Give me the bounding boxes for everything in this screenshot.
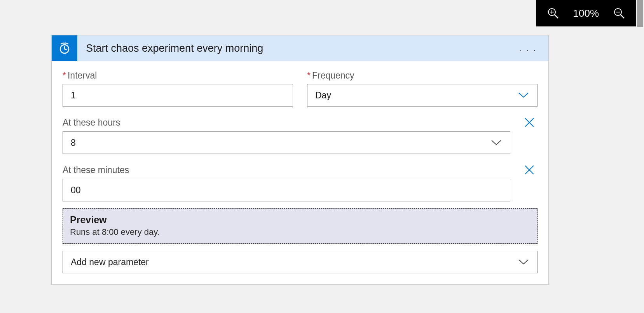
card-title: Start chaos experiment every morning	[77, 42, 519, 54]
frequency-select[interactable]: Day	[307, 84, 538, 107]
chevron-down-icon	[490, 138, 502, 148]
chevron-down-icon	[518, 90, 529, 101]
remove-hours-button[interactable]	[524, 117, 535, 128]
interval-input[interactable]	[63, 84, 293, 107]
scrollbar-track[interactable]	[636, 0, 644, 313]
hours-select[interactable]: 8	[63, 131, 510, 154]
svg-line-1	[555, 15, 558, 18]
minutes-section: At these minutes	[63, 164, 538, 201]
hours-label: At these hours	[63, 117, 120, 128]
add-parameter-select[interactable]: Add new parameter	[63, 251, 538, 273]
card-body: *Interval *Frequency Day At these hours	[52, 61, 548, 284]
add-parameter-label: Add new parameter	[71, 257, 149, 268]
hours-section: At these hours 8	[63, 117, 538, 154]
preview-box: Preview Runs at 8:00 every day.	[63, 208, 538, 244]
zoom-toolbar: 100%	[536, 0, 637, 26]
chevron-down-icon	[518, 257, 529, 268]
frequency-value: Day	[315, 90, 331, 101]
zoom-in-icon[interactable]	[547, 7, 559, 19]
minutes-input[interactable]	[63, 179, 510, 201]
remove-minutes-button[interactable]	[524, 164, 535, 176]
hours-value: 8	[71, 138, 76, 148]
preview-description: Runs at 8:00 every day.	[70, 227, 530, 237]
card-header: Start chaos experiment every morning . .…	[52, 35, 548, 61]
frequency-label: *Frequency	[307, 70, 538, 81]
minutes-label: At these minutes	[63, 165, 129, 175]
zoom-out-icon[interactable]	[613, 7, 625, 19]
frequency-field: *Frequency Day	[307, 70, 538, 107]
interval-label: *Interval	[63, 70, 293, 81]
required-asterisk: *	[63, 70, 66, 80]
more-menu-button[interactable]: . . .	[519, 43, 548, 53]
recurrence-card: Start chaos experiment every morning . .…	[51, 35, 549, 285]
required-asterisk: *	[307, 70, 311, 80]
svg-line-5	[621, 15, 624, 18]
clock-icon	[52, 35, 77, 61]
interval-field: *Interval	[63, 70, 293, 107]
scrollbar-thumb[interactable]	[637, 0, 643, 27]
preview-title: Preview	[70, 214, 530, 226]
zoom-percent: 100%	[573, 7, 599, 19]
